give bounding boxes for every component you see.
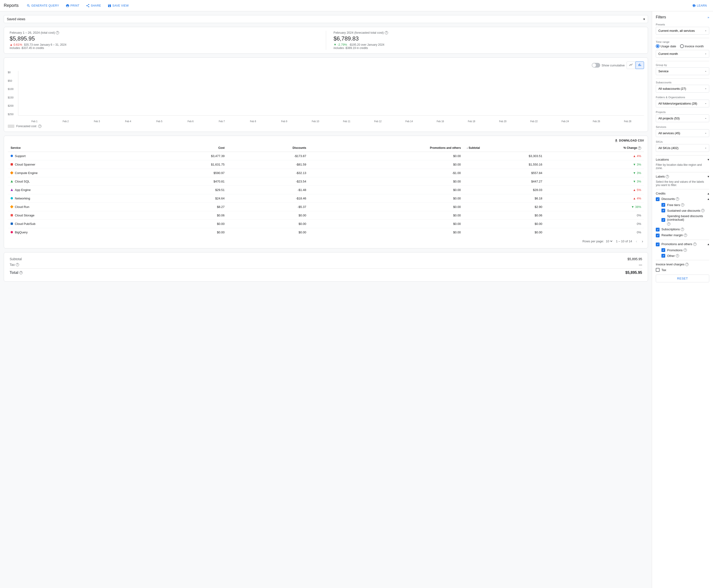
spending-based-info-icon[interactable]: ? <box>667 222 670 226</box>
metric-forecasted-info-icon[interactable]: ? <box>385 31 388 35</box>
save-view-button[interactable]: SAVE VIEW <box>105 2 131 9</box>
projects-label: Projects <box>656 111 709 113</box>
subaccounts-select[interactable]: All subaccounts (27) <box>656 85 709 92</box>
reset-button[interactable]: RESET <box>656 275 709 282</box>
skus-label: SKUs <box>656 140 709 143</box>
sustained-use-checkbox[interactable]: Sustained use discounts ? <box>662 209 709 212</box>
download-csv-button[interactable]: DOWNLOAD CSV <box>614 139 644 143</box>
reseller-margin-checkbox[interactable]: Reseller margin ? <box>656 233 709 237</box>
divider-4 <box>656 155 709 155</box>
col-subtotal[interactable]: ↓ Subtotal <box>464 144 545 152</box>
forecasted-legend-info-icon[interactable]: ? <box>38 125 41 128</box>
metric-forecasted-title: February 2024 (forecasted total cost) ? <box>334 31 642 35</box>
promos-others-expand-icon[interactable]: ▴ <box>708 242 709 246</box>
saved-views-dropdown[interactable]: Saved views ▾ <box>4 15 648 23</box>
labels-info-icon[interactable]: ? <box>666 175 669 178</box>
promos-others-info-icon[interactable]: ? <box>693 243 696 246</box>
chart-x-label: Feb 28 <box>612 120 643 123</box>
learn-button[interactable]: LEARN <box>690 2 709 9</box>
cell-change: ▲ 5% <box>545 186 644 194</box>
credits-collapsible[interactable]: Credits ▴ <box>656 192 709 195</box>
print-button[interactable]: PRINT <box>63 2 82 9</box>
presets-select[interactable]: Current month, all services <box>656 27 709 35</box>
cell-subtotal: $0.00 <box>464 228 545 236</box>
reseller-margin-info-icon[interactable]: ? <box>684 234 687 237</box>
chart-x-label: Feb 20 <box>487 120 518 123</box>
metric-forecasted: February 2024 (forecasted total cost) ? … <box>326 31 642 50</box>
metric-actual-title: February 1 – 26, 2024 (total cost) ? <box>10 31 318 35</box>
subscriptions-info-icon[interactable]: ? <box>681 228 684 231</box>
tax-info-icon[interactable]: ? <box>16 263 19 266</box>
folders-orgs-select[interactable]: All folders/organizations (28) <box>656 100 709 107</box>
metric-actual-change: ▲ 0.61% $35.73 over January 6 – 31, 2024 <box>10 43 318 46</box>
collapse-filters-icon[interactable]: » <box>708 16 709 19</box>
rows-per-page-select[interactable]: 10 25 50 <box>605 239 613 243</box>
change-col-info-icon[interactable]: ? <box>638 146 641 150</box>
chart-x-label: Feb 10 <box>300 120 331 123</box>
cell-change: 0% <box>545 228 644 236</box>
labels-collapsible[interactable]: Labels ? ▾ <box>656 175 709 178</box>
time-range-label: Time range <box>656 41 709 43</box>
discounts-expand-icon[interactable]: ▴ <box>708 197 709 201</box>
discounts-info-icon[interactable]: ? <box>676 197 679 201</box>
totals-total-value: $5,895.95 <box>623 271 642 275</box>
line-chart-button[interactable] <box>627 61 635 69</box>
invoice-month-radio[interactable]: Invoice month <box>680 44 704 48</box>
invoice-level-info-icon[interactable]: ? <box>685 263 689 266</box>
metric-forecasted-change-val: ▼ -2.79% <box>334 43 347 46</box>
cell-cost: $3,477.39 <box>146 152 228 160</box>
cell-service: Cloud Spanner <box>8 160 146 169</box>
locations-collapsible[interactable]: Locations ▾ <box>656 158 709 161</box>
cell-discounts: $0.00 <box>228 211 309 219</box>
usage-date-radio-circle <box>656 44 659 48</box>
other-info-icon[interactable]: ? <box>676 254 679 257</box>
skus-select[interactable]: All SKUs (402) <box>656 144 709 152</box>
totals-subtotal-label: Subtotal <box>10 257 22 261</box>
cell-promos: $0.00 <box>309 203 464 211</box>
next-page-button[interactable]: › <box>641 238 644 245</box>
group-by-select[interactable]: Service <box>656 67 709 75</box>
total-info-icon[interactable]: ? <box>19 271 23 274</box>
share-button[interactable]: SHARE <box>84 2 103 9</box>
chart-x-label: Feb 22 <box>519 120 550 123</box>
metric-actual-info-icon[interactable]: ? <box>56 31 59 35</box>
tax-invoice-checkbox[interactable]: Tax <box>656 268 709 272</box>
table-row: Support $3,477.39 -$173.87 $0.00 $3,303.… <box>8 152 644 160</box>
free-tiers-info-icon[interactable]: ? <box>681 203 684 207</box>
totals-total-row: Total ? $5,895.95 <box>10 271 642 275</box>
promos-others-checkbox[interactable]: Promotions and others ? ▴ <box>656 242 709 246</box>
services-filter-select[interactable]: All services (45) <box>656 129 709 137</box>
chart-x-label: Feb 3 <box>82 120 112 123</box>
chart-x-label: Feb 9 <box>269 120 300 123</box>
data-table: Service Cost Discounts Promotions and ot… <box>8 144 644 236</box>
page-info: 1 – 10 of 14 <box>616 239 632 243</box>
time-period-select[interactable]: Current month <box>656 50 709 58</box>
spending-based-checkbox[interactable]: Spending based discounts (contractual) ? <box>662 214 709 226</box>
cell-discounts: -$32.13 <box>228 169 309 177</box>
metric-actual-value: $5,895.95 <box>10 35 318 42</box>
cell-service: Cloud Run <box>8 203 146 211</box>
promotions-info-icon[interactable]: ? <box>684 248 687 252</box>
cumulative-toggle[interactable] <box>592 63 600 68</box>
table-row: Cloud Storage $0.06 $0.00 $0.00 $0.06 0% <box>8 211 644 219</box>
cell-subtotal: $6.18 <box>464 194 545 203</box>
generate-query-button[interactable]: GENERATE QUERY <box>24 2 61 9</box>
cell-promos: $0.00 <box>309 152 464 160</box>
app-header: Reports GENERATE QUERY PRINT SHARE SAVE … <box>0 0 713 11</box>
sustained-use-info-icon[interactable]: ? <box>701 209 705 212</box>
projects-select[interactable]: All projects (53) <box>656 114 709 122</box>
usage-date-radio[interactable]: Usage date <box>656 44 676 48</box>
other-checkbox[interactable]: Other ? <box>662 254 709 258</box>
prev-page-button[interactable]: ‹ <box>635 238 638 245</box>
bar-chart-button[interactable] <box>635 61 644 69</box>
discounts-checkbox[interactable]: Discounts ? ▴ <box>656 197 709 201</box>
promotions-checkbox[interactable]: Promotions ? <box>662 248 709 252</box>
free-tiers-checkbox[interactable]: Free tiers ? <box>662 203 709 207</box>
tax-invoice-label: Tax <box>662 268 666 272</box>
cell-service: Networking <box>8 194 146 203</box>
subscriptions-checkbox[interactable]: Subscriptions ? <box>656 228 709 231</box>
chart-x-label: Feb 7 <box>207 120 237 123</box>
promotions-cb-icon <box>662 248 665 252</box>
totals-card: Subtotal $5,895.95 Tax ? — Total ? <box>4 252 648 282</box>
saved-views-label: Saved views <box>7 17 25 21</box>
